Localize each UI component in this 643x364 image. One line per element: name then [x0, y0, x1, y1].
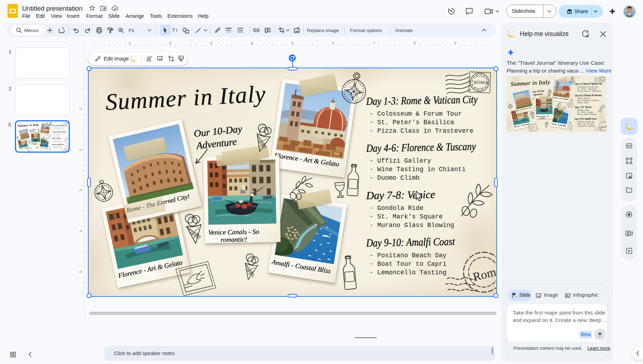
- svg-text:E: E: [359, 91, 361, 95]
- svg-text:S: S: [510, 107, 511, 108]
- svg-text:W: W: [570, 81, 571, 81]
- svg-text:S: S: [17, 138, 18, 138]
- svg-text:ROMA: ROMA: [66, 122, 68, 123]
- svg-text:E: E: [108, 190, 110, 193]
- svg-text:W: W: [97, 192, 100, 195]
- svg-text:ROMA: ROMA: [601, 78, 605, 80]
- svg-text:T: T: [172, 27, 175, 33]
- svg-text:W: W: [49, 124, 50, 124]
- svg-text:W: W: [17, 138, 17, 138]
- svg-text:Roma: Roma: [601, 124, 607, 129]
- svg-text:T: T: [176, 29, 178, 33]
- svg-text:N: N: [17, 137, 18, 137]
- svg-text:N: N: [353, 84, 355, 88]
- svg-text:ROMA: ROMA: [474, 79, 489, 85]
- svg-text:Roma: Roma: [471, 264, 496, 284]
- svg-text:Roma: Roma: [66, 147, 70, 150]
- svg-text:N: N: [101, 186, 104, 189]
